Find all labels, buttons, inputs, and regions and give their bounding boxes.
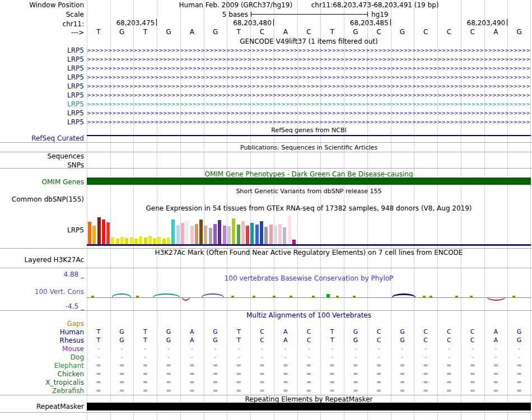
gtex-tissue-bar[interactable] [120,237,124,244]
gtex-tissue-bar[interactable] [130,237,133,244]
gtex-tissue-bar[interactable] [255,225,259,244]
gtex-tissue-bar[interactable] [139,236,142,244]
gencode-transcript-row[interactable]: LRP5>>>>>>>>>>>>>>>>>>>>>>>>>>>>>>>>>>>>… [0,73,532,82]
gtex-tissue-bar[interactable] [190,226,194,244]
refseq-curated-item[interactable] [87,135,531,136]
gencode-transcript-row[interactable]: LRP5>>>>>>>>>>>>>>>>>>>>>>>>>>>>>>>>>>>>… [0,82,532,91]
transcript-intron-arrows[interactable]: >>>>>>>>>>>>>>>>>>>>>>>>>>>>>>>>>>>>>>>>… [87,109,531,118]
transcript-intron-arrows[interactable]: >>>>>>>>>>>>>>>>>>>>>>>>>>>>>>>>>>>>>>>>… [87,55,531,64]
gtex-tissue-bar[interactable] [218,220,221,244]
gtex-tissue-bar[interactable] [92,226,96,244]
gtex-tissue-bar[interactable] [185,221,189,244]
transcript-intron-arrows[interactable]: >>>>>>>>>>>>>>>>>>>>>>>>>>>>>>>>>>>>>>>>… [87,46,531,55]
gencode-transcript-label[interactable]: LRP5 [0,118,84,126]
gencode-transcript-label[interactable]: LRP5 [0,109,84,117]
multiz-row-human[interactable]: HumanTGTGAGTCACTGCGCCCAG [0,328,532,336]
gencode-transcript-label[interactable]: LRP5 [0,73,84,81]
omim-gene-item[interactable] [87,178,531,185]
multiz-row-gaps[interactable]: Gaps [0,319,532,328]
gtex-tissue-bar[interactable] [241,221,245,244]
gtex-tissue-bar[interactable] [260,221,263,244]
sequences-track-label[interactable]: Sequences [0,152,84,160]
gtex-tissue-bar[interactable] [144,237,147,244]
multiz-species-label[interactable]: Dog [0,353,84,361]
multiz-species-label[interactable]: Elephant [0,362,84,370]
gtex-tissue-bar[interactable] [116,239,119,244]
transcript-intron-arrows[interactable]: >>>>>>>>>>>>>>>>>>>>>>>>>>>>>>>>>>>>>>>>… [87,82,531,91]
gtex-tissue-bar[interactable] [157,237,161,244]
gtex-tissue-bar[interactable] [162,239,166,244]
multiz-row-chicken[interactable]: Chicken=================== [0,370,532,378]
gtex-tissue-bar[interactable] [171,220,175,244]
gtex-tissue-bar[interactable] [199,220,203,244]
repeatmasker-track-label[interactable]: RepeatMasker [0,403,84,410]
gtex-tissue-bar[interactable] [213,224,217,244]
multiz-species-label[interactable]: X_tropicalis [0,379,84,386]
gencode-transcript-row[interactable]: LRP5>>>>>>>>>>>>>>>>>>>>>>>>>>>>>>>>>>>>… [0,46,532,55]
gtex-tissue-bar[interactable] [227,226,231,244]
multiz-row-rhesus[interactable]: RhesusTGTGAGTCACTGCGCCCAG [0,336,532,344]
gencode-transcript-row[interactable]: LRP5>>>>>>>>>>>>>>>>>>>>>>>>>>>>>>>>>>>>… [0,100,532,109]
gencode-transcript-label[interactable]: LRP5 [0,91,84,99]
gtex-tissue-bar[interactable] [288,216,291,244]
multiz-row-zebrafish[interactable]: Zebrafish=================== [0,386,532,395]
multiz-row-mouse[interactable]: Mouse------------------- [0,344,532,353]
multiz-species-label[interactable]: Mouse [0,345,84,353]
gencode-transcript-row[interactable]: LRP5>>>>>>>>>>>>>>>>>>>>>>>>>>>>>>>>>>>>… [0,64,532,73]
gtex-tissue-bar[interactable] [274,226,277,244]
transcript-intron-arrows[interactable]: >>>>>>>>>>>>>>>>>>>>>>>>>>>>>>>>>>>>>>>>… [87,118,531,127]
conservation-signal-area[interactable] [87,291,531,304]
omim-track-label[interactable]: OMIM Genes [0,178,84,186]
transcript-intron-arrows[interactable]: >>>>>>>>>>>>>>>>>>>>>>>>>>>>>>>>>>>>>>>>… [87,100,531,109]
gtex-tissue-bar[interactable] [176,225,180,244]
transcript-intron-arrows[interactable]: >>>>>>>>>>>>>>>>>>>>>>>>>>>>>>>>>>>>>>>>… [87,64,531,73]
gencode-transcript-row[interactable]: LRP5>>>>>>>>>>>>>>>>>>>>>>>>>>>>>>>>>>>>… [0,118,532,127]
gtex-tissue-bar[interactable] [223,226,226,244]
gencode-transcript-row[interactable]: LRP5>>>>>>>>>>>>>>>>>>>>>>>>>>>>>>>>>>>>… [0,55,532,64]
gencode-transcript-label[interactable]: LRP5 [0,64,84,72]
transcript-intron-arrows[interactable]: >>>>>>>>>>>>>>>>>>>>>>>>>>>>>>>>>>>>>>>>… [87,91,531,100]
gtex-tissue-bar[interactable] [246,226,249,244]
gtex-tissue-bar[interactable] [153,238,156,244]
gencode-transcript-label[interactable]: LRP5 [0,100,84,108]
gtex-tissue-bar[interactable] [125,238,128,244]
snps-track-label[interactable]: SNPs [0,161,84,169]
gtex-tissue-bar[interactable] [264,227,268,244]
repeatmasker-item[interactable] [87,403,531,410]
gtex-tissue-bar[interactable] [250,223,254,244]
gtex-tissue-bar[interactable] [269,225,273,244]
gtex-tissue-bar[interactable] [292,240,296,244]
multiz-species-label[interactable]: Human [0,328,84,336]
gtex-tissue-bar[interactable] [111,237,114,244]
gtex-tissue-bar[interactable] [237,225,240,244]
gtex-tissue-bar[interactable] [167,237,170,244]
gtex-tissue-bar[interactable] [278,224,282,244]
gtex-tissue-bar[interactable] [209,228,212,244]
strand-arrow-label[interactable]: ---> [0,29,84,36]
gencode-transcript-row[interactable]: LRP5>>>>>>>>>>>>>>>>>>>>>>>>>>>>>>>>>>>>… [0,109,532,118]
dbsnp-track-label[interactable]: Common dbSNP(155) [0,195,84,203]
gtex-tissue-bar[interactable] [97,217,101,244]
gencode-transcript-label[interactable]: LRP5 [0,82,84,90]
gtex-tissue-bar[interactable] [283,227,286,244]
transcript-intron-arrows[interactable]: >>>>>>>>>>>>>>>>>>>>>>>>>>>>>>>>>>>>>>>>… [87,73,531,82]
gencode-transcript-row[interactable]: LRP5>>>>>>>>>>>>>>>>>>>>>>>>>>>>>>>>>>>>… [0,91,532,100]
multiz-row-elephant[interactable]: Elephant=================== [0,361,532,370]
multiz-species-label[interactable]: Zebrafish [0,387,84,395]
refseq-curated-label[interactable]: RefSeq Curated [0,134,84,142]
gtex-tissue-bar[interactable] [148,236,152,244]
gtex-tissue-bar[interactable] [232,218,235,244]
gtex-gene-label[interactable]: LRP5 [0,226,84,234]
gtex-tissue-bar[interactable] [204,226,207,244]
conservation-track-label[interactable]: 100 Vert. Cons [0,288,84,296]
gtex-tissue-bar[interactable] [195,224,198,244]
gtex-tissue-bar[interactable] [106,222,110,244]
gtex-tissue-bar[interactable] [134,239,138,244]
multiz-species-label[interactable]: Rhesus [0,337,84,344]
gencode-transcript-label[interactable]: LRP5 [0,46,84,54]
multiz-row-x_tropicalis[interactable]: X_tropicalis=================== [0,378,532,386]
multiz-species-label[interactable]: Chicken [0,370,84,378]
gtex-expression-chart[interactable] [88,215,323,244]
gencode-transcript-label[interactable]: LRP5 [0,55,84,63]
gtex-tissue-bar[interactable] [181,223,184,244]
